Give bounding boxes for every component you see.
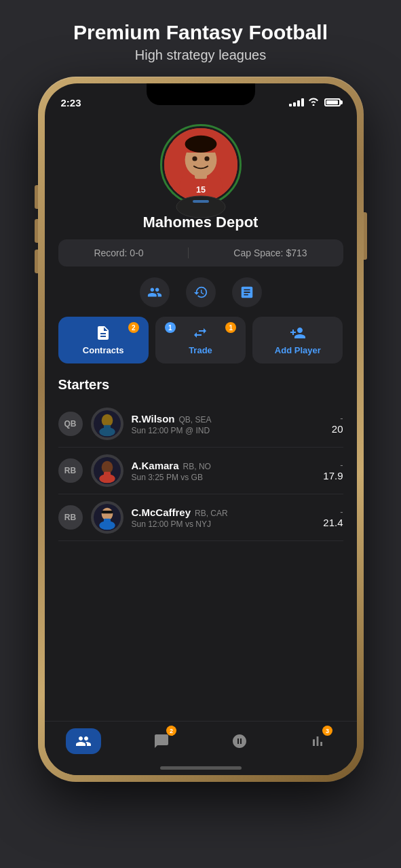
position-badge-rb1: RB [58,458,83,483]
player-score-kamara: - 17.9 [323,460,343,481]
player-score-wilson: - 20 [332,413,343,435]
player-avatar-wilson [91,408,123,440]
trade-badge-right: 1 [225,322,236,333]
svg-point-18 [99,474,115,483]
table-row[interactable]: QB R.Wilson QB, SEA [58,401,343,448]
player-info-kamara: A.Kamara RB, NO Sun 3:25 PM vs GB [132,460,316,482]
standings-tab-icon [309,733,326,749]
action-icons-row [58,277,343,307]
svg-point-9 [176,196,225,218]
home-indicator [160,766,242,770]
player-info-mccaffrey: C.McCaffrey RB, CAR Sun 12:00 PM vs NYJ [132,507,316,529]
add-player-button[interactable]: Add Player [252,317,343,363]
roster-icon-btn[interactable] [140,277,170,307]
svg-rect-10 [193,200,209,203]
position-badge-rb2: RB [58,505,83,530]
action-buttons-row: 2 Contracts 1 1 Trade [58,317,343,363]
signal-icon [289,98,304,106]
table-row[interactable]: RB A.Kamara RB, NO [58,448,343,494]
record-label: Record: 0-0 [94,248,143,258]
player-schedule-wilson: Sun 12:00 PM @ IND [132,426,324,435]
roster-tab[interactable] [45,728,123,754]
screen-content: 15 [45,113,357,775]
player-pos-team-wilson: QB, SEA [179,415,212,425]
player-schedule-mccaffrey: Sun 12:00 PM vs NYJ [132,519,316,529]
player-pos-team-mccaffrey: RB, CAR [195,509,228,518]
wifi-icon [308,97,319,108]
headline-title: Premium Fantasy Football [73,20,328,45]
record-divider [188,248,189,258]
notes-icon-btn[interactable] [232,277,262,307]
svg-point-16 [101,461,113,473]
position-badge-qb: QB [58,412,83,436]
player-pos-team-kamara: RB, NO [183,462,211,471]
scores-tab[interactable] [201,728,279,754]
player-avatar-kamara [91,454,123,487]
headline-subtitle: High strategy leagues [73,47,328,63]
svg-point-8 [185,136,216,153]
team-avatar: 15 [164,128,237,201]
trade-label: Trade [189,345,212,355]
svg-point-6 [192,156,197,161]
player-name-mccaffrey: C.McCaffrey [132,507,191,518]
trade-button[interactable]: 1 1 Trade [155,317,246,363]
standings-badge: 3 [322,726,332,736]
player-avatar-mccaffrey [91,501,123,534]
standings-tab[interactable]: 3 [279,728,357,754]
svg-point-23 [99,521,115,530]
phone-frame: 2:23 [38,77,364,782]
record-card: Record: 0-0 Cap Space: $713 [58,239,343,267]
contracts-badge: 2 [128,322,139,333]
scores-tab-icon-wrap [222,728,257,754]
player-name-wilson: R.Wilson [132,413,175,425]
player-info-wilson: R.Wilson QB, SEA Sun 12:00 PM @ IND [132,413,324,435]
status-icons [289,97,341,108]
player-schedule-kamara: Sun 3:25 PM vs GB [132,473,316,482]
trade-badge-left: 1 [165,322,176,333]
messages-tab[interactable]: 2 [123,728,201,754]
helmet-decoration [174,193,228,218]
table-row[interactable]: RB C.McCaffrey [58,494,343,541]
contracts-label: Contracts [83,345,124,355]
messages-badge: 2 [166,726,176,736]
avatar-container: 15 [160,124,242,205]
svg-point-12 [101,414,113,427]
starters-section: Starters QB R.Wilson [58,377,343,541]
messages-tab-icon-wrap: 2 [144,728,179,754]
phone-screen: 2:23 [45,83,357,775]
starters-title: Starters [58,377,343,393]
headline-section: Premium Fantasy Football High strategy l… [73,20,328,63]
standings-tab-icon-wrap: 3 [300,728,335,754]
notch [147,83,255,105]
roster-tab-icon [75,733,92,749]
status-time: 2:23 [61,97,81,108]
messages-tab-icon [153,733,170,749]
svg-point-7 [204,156,209,161]
avatar-section: 15 [58,124,343,205]
player-score-mccaffrey: - 21.4 [323,507,343,528]
contracts-button[interactable]: 2 Contracts [58,317,149,363]
history-icon-btn[interactable] [186,277,216,307]
svg-point-14 [99,427,115,436]
add-player-label: Add Player [275,345,321,355]
svg-rect-21 [101,511,113,513]
player-name-kamara: A.Kamara [132,460,179,471]
svg-point-20 [101,508,113,520]
scores-tab-icon [231,733,248,749]
battery-icon [324,98,341,106]
roster-tab-icon-wrap [66,728,101,754]
cap-space-label: Cap Space: $713 [233,248,307,258]
